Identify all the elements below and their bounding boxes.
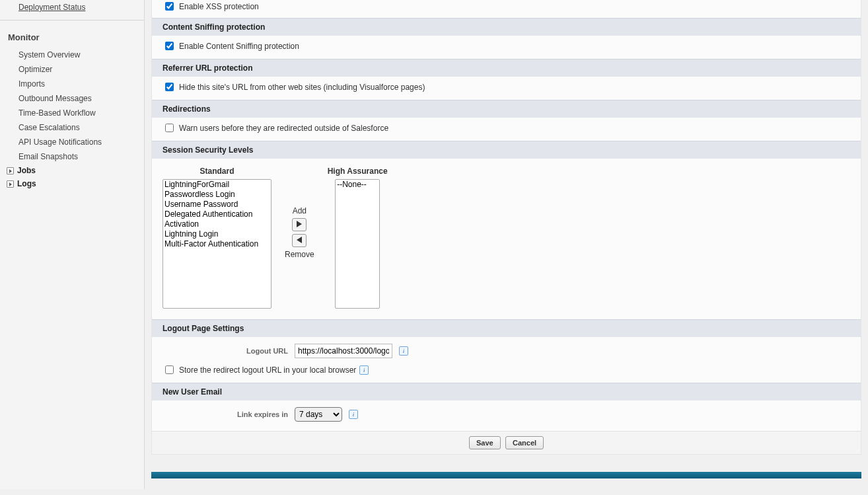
sidebar-tree-jobs[interactable]: Jobs [0, 164, 144, 177]
sidebar-item-system-overview[interactable]: System Overview [0, 48, 144, 62]
standard-option[interactable]: Activation [163, 219, 271, 229]
sidebar: Deployment Status Monitor System Overvie… [0, 0, 145, 489]
sidebar-item-deployment-status[interactable]: Deployment Status [0, 0, 144, 15]
enable-content-sniffing-checkbox[interactable] [165, 42, 174, 50]
sidebar-tree-label: Jobs [17, 166, 36, 175]
remove-label: Remove [285, 250, 314, 259]
footer-bar [151, 472, 861, 478]
info-icon[interactable]: i [349, 410, 358, 419]
sidebar-tree-label: Logs [17, 179, 36, 188]
add-label: Add [293, 206, 307, 215]
cancel-button[interactable]: Cancel [505, 436, 544, 449]
info-icon[interactable]: i [399, 346, 408, 356]
sidebar-tree-logs[interactable]: Logs [0, 177, 144, 190]
enable-xss-label: Enable XSS protection [179, 2, 259, 11]
info-icon[interactable]: i [359, 365, 369, 375]
standard-option[interactable]: Passwordless Login [163, 190, 271, 200]
link-expires-select[interactable]: 7 days [295, 407, 342, 422]
logout-url-input[interactable] [295, 344, 392, 358]
sidebar-section-monitor: Monitor [0, 20, 144, 48]
section-header-content-sniffing: Content Sniffing protection [152, 18, 861, 36]
section-header-referrer: Referrer URL protection [152, 59, 861, 77]
section-header-redirections: Redirections [152, 100, 861, 118]
expand-icon [7, 180, 14, 188]
sidebar-item-email-snapshots[interactable]: Email Snapshots [0, 149, 144, 164]
enable-xss-checkbox[interactable] [165, 2, 174, 11]
arrow-right-icon [297, 220, 302, 229]
svg-marker-0 [297, 221, 302, 227]
sidebar-item-imports[interactable]: Imports [0, 77, 144, 91]
standard-option[interactable]: Multi-Factor Authentication [163, 239, 271, 249]
standard-option[interactable]: Delegated Authentication [163, 209, 271, 219]
hide-referrer-label: Hide this site's URL from other web site… [179, 83, 425, 92]
warn-redirect-checkbox[interactable] [165, 124, 174, 132]
sidebar-item-case-escalations[interactable]: Case Escalations [0, 120, 144, 135]
sidebar-item-optimizer[interactable]: Optimizer [0, 62, 144, 77]
sidebar-item-outbound-messages[interactable]: Outbound Messages [0, 91, 144, 106]
main-content: Enable XSS protection Content Sniffing p… [145, 0, 868, 489]
store-logout-url-label: Store the redirect logout URL in your lo… [179, 365, 356, 375]
standard-option[interactable]: Username Password [163, 200, 271, 209]
standard-security-list[interactable]: LightningForGmailPasswordless LoginUsern… [163, 179, 271, 309]
warn-redirect-label: Warn users before they are redirected ou… [179, 124, 388, 133]
add-button[interactable] [292, 218, 307, 231]
remove-button[interactable] [292, 234, 307, 247]
standard-column-title: Standard [163, 167, 271, 176]
sidebar-item-api-usage-notifications[interactable]: API Usage Notifications [0, 135, 144, 149]
section-header-new-user-email: New User Email [152, 383, 861, 400]
hide-referrer-checkbox[interactable] [165, 83, 174, 91]
section-header-session-security: Session Security Levels [152, 141, 861, 159]
sidebar-item-time-based-workflow[interactable]: Time-Based Workflow [0, 106, 144, 120]
svg-marker-1 [297, 237, 302, 243]
link-expires-label: Link expires in [163, 410, 288, 418]
expand-icon [7, 167, 14, 174]
standard-option[interactable]: Lightning Login [163, 229, 271, 239]
high-assurance-list[interactable]: --None-- [335, 179, 380, 309]
logout-url-label: Logout URL [163, 347, 288, 355]
standard-option[interactable]: LightningForGmail [163, 180, 271, 190]
save-button[interactable]: Save [469, 436, 501, 449]
arrow-left-icon [297, 236, 302, 245]
section-header-logout: Logout Page Settings [152, 319, 861, 337]
enable-content-sniffing-label: Enable Content Sniffing protection [179, 42, 299, 51]
high-assurance-column-title: High Assurance [328, 167, 388, 176]
store-logout-url-checkbox[interactable] [165, 365, 174, 374]
high-option[interactable]: --None-- [336, 180, 379, 190]
